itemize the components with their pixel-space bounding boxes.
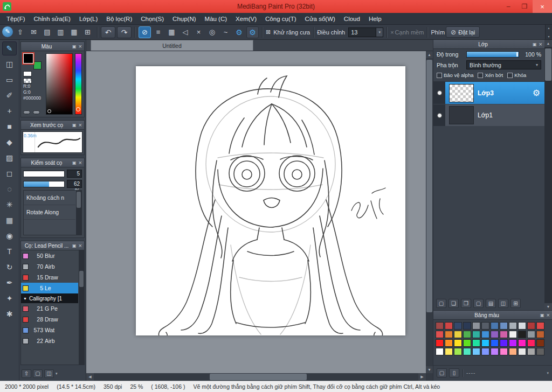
palette-swatch[interactable] bbox=[509, 331, 517, 338]
color-mode-button-2[interactable] bbox=[33, 110, 40, 114]
brush-mode-icon[interactable]: ✎ bbox=[2, 26, 13, 37]
palette-swatch[interactable] bbox=[445, 322, 453, 330]
palette-scroll-down-icon[interactable]: ▾ bbox=[547, 371, 549, 375]
palette-swatch[interactable] bbox=[518, 348, 526, 355]
brush-item-draw[interactable]: 15Draw bbox=[21, 272, 78, 283]
palette-swatch[interactable] bbox=[436, 339, 444, 347]
clipping-checkbox[interactable]: Xén bớt bbox=[478, 72, 503, 78]
add-brush-icon[interactable]: ▢ bbox=[33, 369, 43, 378]
fg-bg-color-swatches[interactable] bbox=[23, 53, 42, 69]
color-panel-close-icon[interactable]: × bbox=[79, 44, 82, 50]
brush-preview-popout-icon[interactable]: ▣ bbox=[72, 123, 77, 128]
palette-swatch[interactable] bbox=[472, 331, 480, 338]
palette-swatch[interactable] bbox=[445, 339, 453, 347]
brush-taper-icon[interactable]: ◁ bbox=[179, 26, 191, 38]
saturation-value-picker[interactable] bbox=[46, 53, 73, 115]
brush-item-g-pe[interactable]: 21G Pe bbox=[21, 303, 78, 314]
brush-opacity-slider[interactable] bbox=[23, 181, 65, 187]
palette-swatch[interactable] bbox=[491, 348, 499, 355]
canvas-surface[interactable] bbox=[136, 66, 405, 335]
palette-swatch[interactable] bbox=[436, 322, 444, 330]
brush-item-airb[interactable]: 22Airb bbox=[21, 335, 78, 346]
brush-menu-icon[interactable]: ◫ bbox=[44, 369, 54, 378]
palette-swatch[interactable] bbox=[436, 348, 444, 355]
eraser-tool[interactable]: ◫ bbox=[2, 57, 17, 71]
lock-checkbox[interactable]: Khóa bbox=[507, 72, 526, 78]
brush-list-close-icon[interactable]: × bbox=[79, 243, 82, 249]
brush-item-blur[interactable]: 50Blur bbox=[21, 250, 78, 261]
palette-swatch[interactable] bbox=[463, 348, 471, 355]
brush-grid-icon[interactable]: ▦ bbox=[165, 26, 178, 38]
palette-swatch[interactable] bbox=[500, 339, 508, 347]
palette-swatch[interactable] bbox=[454, 331, 462, 338]
palette-swatch[interactable] bbox=[536, 348, 544, 355]
brush-settings-icon[interactable]: ⚙ bbox=[233, 26, 245, 38]
close-button[interactable]: × bbox=[533, 0, 552, 13]
palette-swatch[interactable] bbox=[491, 322, 499, 330]
palette-swatch[interactable] bbox=[500, 322, 508, 330]
menu-window[interactable]: Cửa sổ(W) bbox=[301, 14, 340, 24]
palette-swatch[interactable] bbox=[445, 331, 453, 338]
palette-swatch[interactable] bbox=[472, 339, 480, 347]
bucket-tool[interactable]: ◆ bbox=[2, 135, 17, 149]
palette-swatch[interactable] bbox=[536, 339, 544, 347]
merge-layer-icon[interactable]: ◫ bbox=[498, 299, 508, 308]
layout-icon[interactable]: ▦ bbox=[68, 26, 80, 38]
menu-select[interactable]: Chọn(S) bbox=[136, 14, 168, 24]
palette-swatch[interactable] bbox=[527, 331, 535, 338]
document-tab[interactable]: Untitled bbox=[91, 40, 253, 51]
brush-option-1[interactable]: Rotate Along bbox=[24, 205, 75, 220]
palette-swatch[interactable] bbox=[454, 348, 462, 355]
move-tool[interactable]: + bbox=[2, 104, 17, 118]
color-mode-button[interactable] bbox=[23, 110, 30, 114]
palette-swatch[interactable] bbox=[491, 339, 499, 347]
menu-tools[interactable]: Công cụ(T) bbox=[261, 14, 301, 24]
palette-swatch[interactable] bbox=[509, 339, 517, 347]
brush-item-wat[interactable]: 573Wat bbox=[21, 325, 78, 335]
menu-cloud[interactable]: Cloud bbox=[340, 14, 364, 24]
palette-swatch[interactable] bbox=[445, 348, 453, 355]
delete-color-icon[interactable]: ▯ bbox=[449, 368, 459, 377]
brush-cross-icon[interactable]: × bbox=[192, 26, 205, 38]
layers-scroll-thumb[interactable] bbox=[545, 48, 551, 81]
palette-panel-close-icon[interactable]: × bbox=[547, 312, 550, 318]
brush-menu-caret-icon[interactable]: ▾ bbox=[56, 372, 58, 376]
adjust-dropdown-icon[interactable]: ▾ bbox=[376, 27, 383, 37]
brush-list-scrollbar[interactable] bbox=[79, 250, 84, 365]
brush-opacity-value[interactable]: 62 % bbox=[67, 180, 82, 188]
note-icon[interactable]: ▤ bbox=[41, 26, 53, 38]
scroll-left-icon[interactable]: ◀ bbox=[86, 373, 94, 381]
brush-group-header[interactable]: ▼ Calligraphy [1 bbox=[21, 293, 78, 303]
layer-visibility-toggle[interactable] bbox=[433, 104, 445, 126]
eyedropper-tool[interactable]: ✦ bbox=[2, 291, 17, 305]
copy-layer-icon[interactable]: ❐ bbox=[461, 299, 471, 308]
palette-swatch[interactable] bbox=[436, 331, 444, 338]
menu-edit[interactable]: Chỉnh sửa(E) bbox=[30, 14, 75, 24]
palette-swatch[interactable] bbox=[518, 322, 526, 330]
layer-folder-icon[interactable]: ▤ bbox=[486, 299, 496, 308]
convert-layer-icon[interactable]: ⊞ bbox=[510, 299, 521, 308]
key-label[interactable]: Phím bbox=[431, 29, 445, 36]
palette-swatch[interactable] bbox=[481, 348, 489, 355]
figure-tool[interactable]: ▭ bbox=[2, 73, 17, 87]
table-icon[interactable]: ⊞ bbox=[81, 26, 94, 38]
upload-brush-icon[interactable]: ⇧ bbox=[22, 369, 31, 378]
publish-icon[interactable]: ⇧ bbox=[14, 26, 26, 38]
transparent-color-swatch[interactable] bbox=[23, 78, 32, 83]
layer-opacity-slider[interactable] bbox=[466, 51, 519, 58]
menu-capture[interactable]: Chụp(N) bbox=[168, 14, 200, 24]
brush-preview-close-icon[interactable]: × bbox=[79, 122, 82, 128]
toolbar-scroll-up-icon[interactable]: ▴ bbox=[548, 26, 549, 30]
palette-swatch[interactable] bbox=[472, 322, 480, 330]
palette-swatch[interactable] bbox=[500, 348, 508, 355]
brush-target-icon[interactable]: ◎ bbox=[206, 26, 218, 38]
layer-visibility-toggle[interactable] bbox=[433, 82, 445, 104]
brush-control-popout-icon[interactable]: ▣ bbox=[72, 160, 77, 165]
brush-item-le[interactable]: 5Le bbox=[21, 283, 78, 293]
tool-settings-icon[interactable]: ⚙ bbox=[246, 26, 259, 38]
palette-swatch[interactable] bbox=[518, 331, 526, 338]
antialias-label[interactable]: Khử răng cưa bbox=[273, 29, 310, 36]
hue-slider[interactable] bbox=[75, 53, 82, 115]
menu-view[interactable]: Xem(V) bbox=[231, 14, 261, 24]
brush-option-scrollbar[interactable] bbox=[76, 191, 81, 235]
